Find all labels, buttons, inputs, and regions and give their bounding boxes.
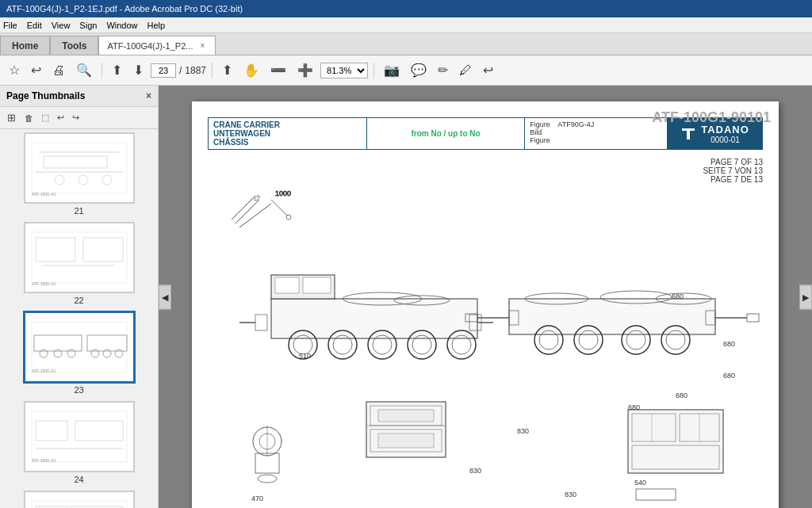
menu-view[interactable]: View: [52, 21, 71, 30]
svg-rect-96: [378, 434, 434, 448]
toolbar-stamp-btn[interactable]: 🖊: [455, 61, 476, 80]
svg-text:680: 680: [723, 340, 735, 348]
toolbar-sep-3: [373, 63, 374, 78]
figure-value: ATF90G-4J: [557, 120, 594, 128]
panel-undo-btn[interactable]: ↩: [54, 110, 67, 125]
toolbar-prev-page-btn[interactable]: ⬆: [108, 60, 126, 80]
svg-rect-39: [687, 131, 690, 139]
toolbar-highlight-btn[interactable]: ✏: [434, 60, 452, 80]
title-bar: ATF-100G4(J)-1_P2-1EJ.pdf - Adobe Acroba…: [0, 0, 812, 17]
menu-edit[interactable]: Edit: [27, 21, 42, 30]
svg-text:830: 830: [517, 427, 529, 435]
pdf-page: ATF-100G1-90101 CRANE CARRIER UNTERWAGEN…: [192, 101, 779, 508]
thumbnail-21[interactable]: ATF-100G-4J 21: [3, 132, 155, 216]
menu-window[interactable]: Window: [106, 21, 137, 30]
svg-text:830: 830: [469, 467, 481, 475]
figure-label: Figure: [530, 120, 550, 128]
main-area: Page Thumbnails × ⊞ 🗑 ⬚ ↩ ↪: [0, 86, 812, 508]
tab-tools[interactable]: Tools: [50, 36, 98, 55]
tab-document[interactable]: ATF-100G4(J)-1_P2... ×: [98, 36, 216, 55]
zoom-select[interactable]: 81.3% 50% 75% 100% 125%: [320, 63, 368, 78]
svg-text:ATF-100G-4J: ATF-100G-4J: [32, 192, 56, 197]
thumbnail-24[interactable]: ATF-100G-4J 24: [3, 401, 155, 484]
bild-label: Bild: [530, 128, 542, 136]
thumb-img-25: ATF-100G-4J: [24, 491, 135, 508]
svg-rect-32: [28, 495, 131, 508]
toolbar-back-btn[interactable]: ↩: [27, 60, 45, 80]
panel-close-button[interactable]: ×: [146, 90, 151, 101]
panel-extract-btn[interactable]: ⬚: [38, 110, 52, 125]
toolbar-bookmark-btn[interactable]: ☆: [5, 60, 24, 80]
thumb-label-22: 22: [74, 296, 83, 305]
left-panel: Page Thumbnails × ⊞ 🗑 ⬚ ↩ ↪: [0, 86, 159, 508]
page-total: 1887: [185, 65, 206, 76]
tab-close-button[interactable]: ×: [197, 40, 207, 51]
part-number: 0000-01: [701, 136, 749, 144]
page-info-line3: PAGE 7 DE 13: [208, 175, 763, 184]
figure2-label: Figure: [530, 136, 550, 144]
menu-help[interactable]: Help: [147, 21, 166, 30]
menu-file[interactable]: File: [3, 21, 17, 30]
header-col1-line3: CHÂSSIS: [213, 138, 362, 147]
label-510: 510: [299, 352, 311, 360]
thumb-img-21: ATF-100G-4J: [24, 132, 135, 204]
thumb-label-21: 21: [74, 206, 83, 216]
toolbar-sign-btn[interactable]: ↩: [479, 60, 497, 80]
toolbar-print-btn[interactable]: 🖨: [48, 61, 69, 80]
toolbar-snapshot-btn[interactable]: 📷: [380, 60, 404, 80]
panel-header: Page Thumbnails ×: [0, 86, 158, 107]
toolbar-zoom-out-btn[interactable]: ➖: [266, 60, 290, 80]
page-info-line1: PAGE 7 OF 13: [208, 158, 763, 166]
svg-text:540: 540: [634, 479, 646, 487]
panel-collapse-button[interactable]: ◀: [159, 285, 171, 309]
menu-bar: File Edit View Sign Window Help: [0, 17, 812, 33]
svg-text:1000: 1000: [275, 189, 291, 197]
menu-sign[interactable]: Sign: [79, 21, 97, 30]
svg-text:ATF-100G-4J: ATF-100G-4J: [32, 369, 56, 373]
thumbnails-panel: ATF-100G-4J 21 ATF-100G-4J: [0, 129, 158, 508]
thumb-img-24: ATF-100G-4J: [24, 401, 135, 472]
header-col1-line1: CRANE CARRIER: [213, 120, 362, 129]
svg-text:680: 680: [723, 372, 735, 380]
svg-text:830: 830: [565, 491, 576, 498]
page-info: PAGE 7 OF 13 SEITE 7 VON 13 PAGE 7 DE 13: [208, 158, 763, 184]
toolbar-select-btn[interactable]: ⬆: [218, 60, 236, 80]
toolbar-zoom-in-btn[interactable]: ➕: [293, 60, 317, 80]
toolbar: ☆ ↩ 🖨 🔍 ⬆ ⬇ / 1887 ⬆ ✋ ➖ ➕ 81.3% 50% 75%…: [0, 55, 812, 86]
page-id: ATF-100G1-90101: [652, 109, 771, 126]
svg-text:680: 680: [672, 292, 684, 300]
panel-delete-btn[interactable]: 🗑: [21, 111, 36, 125]
svg-rect-38: [682, 128, 695, 131]
pdf-area[interactable]: ATF-100G1-90101 CRANE CARRIER UNTERWAGEN…: [159, 86, 812, 508]
svg-text:680: 680: [676, 392, 688, 399]
thumbnail-25[interactable]: ATF-100G-4J 25: [3, 491, 155, 508]
panel-pages-btn[interactable]: ⊞: [3, 109, 20, 126]
page-input[interactable]: [151, 63, 176, 78]
app-title: ATF-100G4(J)-1_P2-1EJ.pdf - Adobe Acroba…: [6, 4, 243, 13]
panel-redo-btn[interactable]: ↪: [69, 110, 82, 125]
svg-rect-50: [275, 277, 299, 293]
thumb-img-23: ATF-100G-4J: [24, 311, 135, 383]
svg-text:ATF-100G-4J: ATF-100G-4J: [32, 281, 56, 286]
thumbnail-22[interactable]: ATF-100G-4J 22: [3, 222, 155, 305]
technical-drawing: 1000: [208, 188, 763, 508]
thumbnail-23[interactable]: ATF-100G-4J 23: [3, 311, 155, 395]
svg-text:ATF-100G-4J: ATF-100G-4J: [32, 458, 56, 463]
header-from-no: from No / up to No: [366, 118, 525, 150]
thumb-label-24: 24: [74, 475, 83, 484]
svg-rect-95: [378, 410, 434, 422]
tab-bar: Home Tools ATF-100G4(J)-1_P2... ×: [0, 33, 812, 55]
svg-rect-9: [28, 226, 131, 289]
svg-rect-51: [303, 277, 331, 293]
toolbar-sep-1: [102, 63, 102, 78]
drawing-area: 1000: [208, 188, 763, 508]
toolbar-comment-btn[interactable]: 💬: [407, 60, 431, 80]
panel-right-arrow[interactable]: ▶: [799, 285, 812, 309]
toolbar-search-btn[interactable]: 🔍: [72, 60, 96, 80]
toolbar-hand-btn[interactable]: ✋: [239, 60, 263, 80]
thumb-label-23: 23: [74, 385, 83, 395]
toolbar-next-page-btn[interactable]: ⬇: [129, 60, 147, 80]
toolbar-sep-2: [212, 63, 213, 78]
tab-home[interactable]: Home: [0, 36, 50, 55]
page-info-line2: SEITE 7 VON 13: [208, 166, 763, 175]
